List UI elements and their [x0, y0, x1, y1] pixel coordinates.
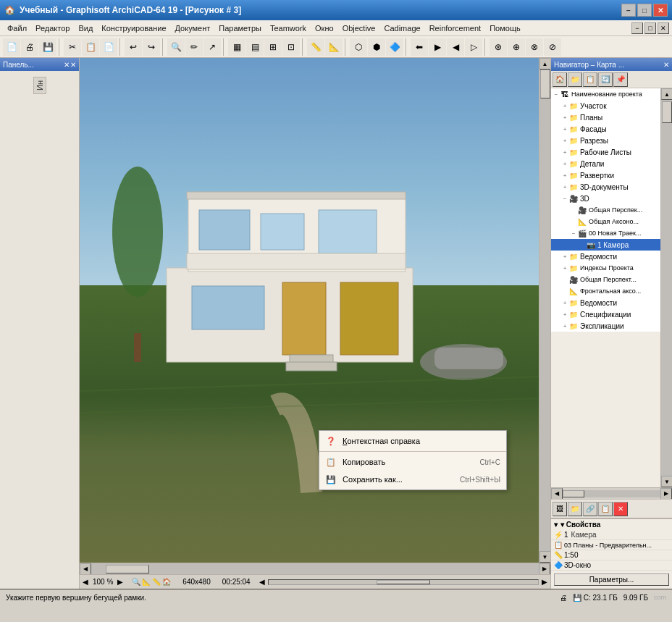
canvas-scroll-left[interactable]: ◀ — [259, 578, 265, 586]
tree-item-expl[interactable]: + 📁 Экспликации — [551, 320, 660, 332]
ctx-copy[interactable]: 📋 Копировать Ctrl+C — [319, 453, 506, 471]
nav-btn-refresh[interactable]: 🔄 — [598, 72, 613, 87]
tree-item-camera[interactable]: 📷 1 Камера — [551, 239, 660, 251]
tb-measure[interactable]: 📏 — [307, 38, 324, 56]
canvas-icon2[interactable]: 📐 — [142, 578, 151, 586]
tb-nav1[interactable]: ⬅ — [411, 38, 428, 56]
tb-extra4[interactable]: ⊘ — [544, 38, 561, 56]
tree-toggle-ved[interactable]: + — [561, 253, 568, 260]
tb-nav2[interactable]: ▶ — [429, 38, 446, 56]
close-button[interactable]: ✕ — [653, 4, 668, 17]
tb-nav4[interactable]: ▷ — [465, 38, 482, 56]
tb-3d2[interactable]: ⬢ — [368, 38, 385, 56]
tree-toggle-traj[interactable]: − — [570, 230, 577, 237]
scroll-thumb-v[interactable] — [540, 70, 550, 98]
status-scroll-thumb[interactable] — [377, 580, 430, 584]
context-menu[interactable]: ❓ Контекстная справка 📋 Копировать Ctrl+… — [319, 430, 507, 490]
tb-extra3[interactable]: ⊗ — [526, 38, 543, 56]
tree-item-akson[interactable]: 📐 Общая Аксоно... — [551, 216, 660, 227]
panel-undock-button[interactable]: ✕ — [64, 61, 70, 69]
tree-item-3d[interactable]: − 🎥 3D — [551, 193, 660, 204]
nav-bottom-btn4[interactable]: 📋 — [598, 502, 613, 516]
tb-paste[interactable]: 📄 — [100, 38, 117, 56]
tb-arrow[interactable]: ↗ — [203, 38, 221, 56]
menu-help[interactable]: Помощь — [485, 22, 525, 34]
tb-extra2[interactable]: ⊕ — [508, 38, 525, 56]
nav-btn-folder[interactable]: 📁 — [568, 72, 582, 87]
menu-cadimage[interactable]: Cadimage — [379, 22, 424, 34]
tb-grid2[interactable]: ▤ — [246, 38, 264, 56]
nav-scroll-right-button[interactable]: ▶ — [660, 488, 672, 500]
nav-btn-pin[interactable]: 📌 — [613, 72, 628, 87]
nav-scroll-track[interactable] — [661, 100, 672, 476]
tree-toggle-ind[interactable]: + — [561, 265, 568, 272]
scroll-left-button[interactable]: ◀ — [80, 563, 91, 575]
tb-grid3[interactable]: ⊞ — [264, 38, 282, 56]
nav-next-button[interactable]: ▶ — [117, 578, 123, 586]
tb-angle[interactable]: 📐 — [325, 38, 343, 56]
menu-reinforcement[interactable]: Reinforcement — [425, 22, 486, 34]
nav-scroll-up-button[interactable]: ▲ — [661, 88, 672, 100]
canvas-icon3[interactable]: 📏 — [152, 578, 161, 586]
tb-zoom[interactable]: 🔍 — [167, 38, 185, 56]
menu-close-button[interactable]: ✕ — [658, 22, 669, 34]
scroll-up-button[interactable]: ▲ — [539, 58, 551, 70]
nav-btn-home[interactable]: 🏠 — [553, 72, 567, 87]
scroll-right-button[interactable]: ▶ — [539, 563, 550, 575]
menu-restore-button[interactable]: □ — [644, 22, 656, 34]
tb-save[interactable]: 💾 — [39, 38, 56, 56]
nav-bottom-btn1[interactable]: 🖼 — [553, 502, 567, 516]
nav-scroll-thumb[interactable] — [662, 101, 672, 123]
tree-toggle-spec[interactable]: + — [561, 311, 568, 318]
menu-construct[interactable]: Конструирование — [97, 22, 170, 34]
canvas-icon1[interactable]: 🔍 — [132, 578, 140, 586]
tb-print[interactable]: 🖨 — [21, 38, 38, 56]
menu-teamwork[interactable]: Teamwork — [266, 22, 311, 34]
canvas-icon4[interactable]: 🏠 — [162, 578, 171, 586]
tree-item-razrezy[interactable]: + 📁 Разрезы — [551, 135, 660, 146]
nav-bottom-btn3[interactable]: 🔗 — [583, 502, 597, 516]
menu-file[interactable]: Файл — [3, 22, 31, 34]
menu-view[interactable]: Вид — [74, 22, 97, 34]
minimize-button[interactable]: − — [621, 4, 636, 17]
tree-item-fasady[interactable]: + 📁 Фасады — [551, 123, 660, 135]
canvas-scroll-right[interactable]: ▶ — [542, 578, 547, 586]
nav-hscroll-track[interactable] — [563, 490, 660, 497]
ctx-help[interactable]: ❓ Контекстная справка — [319, 432, 506, 450]
tree-item-ind[interactable]: + 📁 Индексы Проекта — [551, 262, 660, 274]
tree-item-plany[interactable]: + 📁 Планы — [551, 112, 660, 123]
tb-extra1[interactable]: ⊛ — [490, 38, 507, 56]
menu-edit[interactable]: Редактор — [31, 22, 74, 34]
tree-toggle-ved2[interactable]: + — [561, 300, 568, 306]
tb-copy[interactable]: 📋 — [82, 38, 99, 56]
panel-close-button[interactable]: ✕ — [70, 61, 76, 69]
tb-nav3[interactable]: ◀ — [447, 38, 464, 56]
tree-item-front[interactable]: 📐 Фронтальная аксо... — [551, 285, 660, 297]
tb-redo[interactable]: ↪ — [143, 38, 160, 56]
tb-undo[interactable]: ↩ — [125, 38, 142, 56]
tb-3d1[interactable]: ⬡ — [350, 38, 367, 56]
scroll-track-v[interactable] — [539, 70, 550, 551]
maximize-button[interactable]: □ — [637, 4, 652, 17]
tree-item-spec[interactable]: + 📁 Спецификации — [551, 308, 660, 320]
menu-objective[interactable]: Objective — [338, 22, 380, 34]
menu-document[interactable]: Документ — [171, 22, 215, 34]
tree-item-root[interactable]: − 🏗 Наименование проекта — [551, 88, 660, 100]
tree-toggle-razvertki[interactable]: + — [561, 172, 568, 179]
tb-grid1[interactable]: ▦ — [228, 38, 245, 56]
tree-toggle-3ddocs[interactable]: + — [561, 184, 568, 190]
tree-item-traj[interactable]: − 🎬 00 Новая Траек... — [551, 227, 660, 239]
nav-prev-button[interactable]: ◀ — [83, 578, 88, 586]
ctx-saveas[interactable]: 💾 Сохранить как... Ctrl+Shift+Ы — [319, 471, 506, 488]
tb-3d3[interactable]: 🔷 — [386, 38, 403, 56]
navigator-close-button[interactable]: ✕ — [663, 61, 669, 69]
scroll-down-button[interactable]: ▼ — [539, 551, 551, 563]
tree-toggle-plany[interactable]: + — [561, 114, 568, 121]
tree-item-persp[interactable]: 🎥 Общая Перспек... — [551, 204, 660, 216]
tree-toggle-3d[interactable]: − — [561, 196, 568, 202]
menu-window[interactable]: Окно — [311, 22, 338, 34]
tree-item-rablisty[interactable]: + 📁 Рабочие Листы — [551, 146, 660, 158]
tree-item-3ddocs[interactable]: + 📁 3D-документы — [551, 181, 660, 193]
params-button[interactable]: Параметры... — [554, 573, 669, 586]
tree-item-obshpersp[interactable]: 🎥 Общая Перспект... — [551, 274, 660, 285]
